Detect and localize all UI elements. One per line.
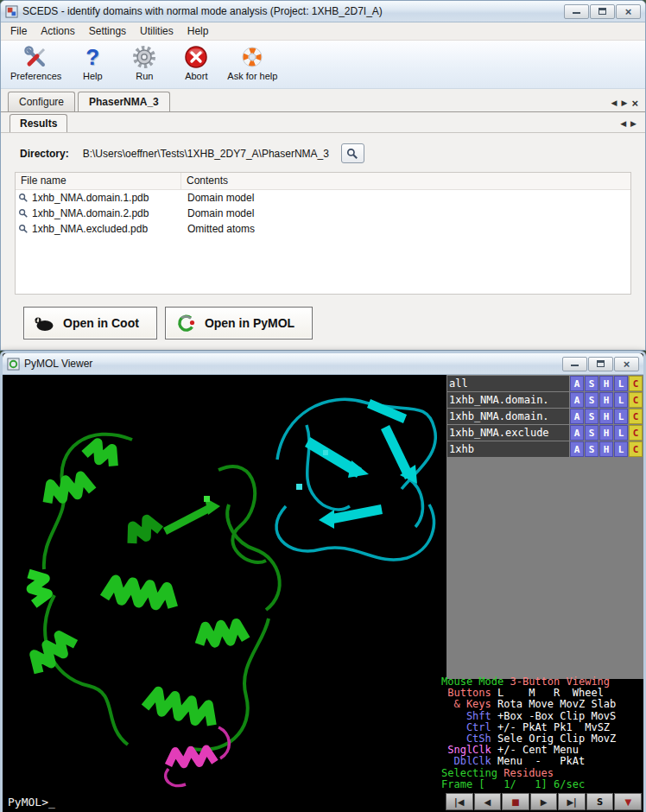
- file-contents: Domain model: [181, 207, 254, 219]
- object-panel: allASHLC1xhb_NMA.domain.ASHLC1xhb_NMA.do…: [446, 375, 643, 679]
- maximize-button[interactable]: [588, 357, 613, 371]
- tab-scroll-right-icon[interactable]: ▶: [621, 98, 627, 107]
- object-h-button[interactable]: H: [599, 441, 613, 457]
- command-prompt[interactable]: PyMOL>_: [8, 796, 55, 809]
- minimize-icon: [571, 362, 579, 366]
- menu-file[interactable]: File: [3, 22, 34, 40]
- subtab-scroll-left-icon[interactable]: ◀: [620, 119, 626, 128]
- object-a-button[interactable]: A: [570, 376, 584, 391]
- play-button[interactable]: ▶: [530, 793, 558, 810]
- menu-help[interactable]: Help: [180, 22, 216, 40]
- table-row[interactable]: 1xhb_NMA.excluded.pdb Omitted atoms: [16, 221, 630, 237]
- browse-button[interactable]: [341, 143, 364, 163]
- protein-structure: [3, 375, 446, 812]
- fullscreen-button[interactable]: ▼: [614, 793, 642, 810]
- directory-label: Directory:: [20, 148, 69, 160]
- step-back-button[interactable]: ◀: [474, 793, 502, 810]
- menu-utilities[interactable]: Utilities: [133, 22, 180, 40]
- close-button[interactable]: ×: [614, 357, 639, 371]
- object-s-button[interactable]: S: [585, 392, 598, 408]
- help-button[interactable]: ? Help: [67, 42, 117, 82]
- open-in-pymol-label: Open in PyMOL: [205, 316, 294, 330]
- open-in-coot-button[interactable]: Open in Coot: [23, 307, 157, 339]
- maximize-button[interactable]: [590, 4, 615, 19]
- step-forward-button[interactable]: ▶|: [558, 793, 586, 810]
- magnifier-icon: [18, 208, 28, 219]
- object-s-button[interactable]: S: [585, 409, 598, 424]
- pymol-window-title: PyMOL Viewer: [24, 358, 558, 370]
- object-h-button[interactable]: H: [599, 376, 613, 391]
- object-c-button[interactable]: C: [629, 441, 643, 457]
- object-c-button[interactable]: C: [629, 392, 643, 408]
- abort-button[interactable]: Abort: [171, 42, 221, 82]
- menu-actions[interactable]: Actions: [34, 22, 81, 40]
- column-header-file-name: File name: [16, 173, 181, 189]
- object-a-button[interactable]: A: [570, 441, 584, 457]
- ask-for-help-button[interactable]: Ask for help: [223, 42, 282, 82]
- gear-icon: [132, 43, 156, 71]
- tab-nav: ◀ ▶ ×: [611, 98, 638, 111]
- tab-row: Configure PhaserNMA_3 ◀ ▶ ×: [1, 89, 645, 111]
- object-name[interactable]: 1xhb_NMA.exclude: [447, 425, 569, 441]
- object-s-button[interactable]: S: [585, 425, 598, 441]
- rewind-button[interactable]: |◀: [446, 793, 473, 810]
- preferences-button[interactable]: Preferences: [6, 42, 66, 82]
- directory-value: B:\Users\oeffner\Tests\1XHB_2DY7_A\Phase…: [83, 148, 329, 160]
- tab-configure[interactable]: Configure: [8, 92, 75, 111]
- tab-scroll-left-icon[interactable]: ◀: [611, 98, 618, 107]
- object-h-button[interactable]: H: [599, 425, 613, 441]
- sceds-window-controls: ×: [564, 4, 641, 19]
- file-name: 1xhb_NMA.excluded.pdb: [32, 223, 148, 235]
- tab-close-icon[interactable]: ×: [631, 99, 638, 107]
- object-l-button[interactable]: L: [614, 376, 628, 391]
- abort-icon: [184, 43, 208, 71]
- object-row: 1xhbASHLC: [447, 441, 643, 457]
- object-l-button[interactable]: L: [614, 409, 628, 424]
- sceds-window: SCEDS - identify domains with normal mod…: [0, 0, 646, 351]
- object-s-button[interactable]: S: [585, 376, 598, 391]
- object-name[interactable]: all: [447, 376, 569, 391]
- stop-button[interactable]: ■: [502, 793, 529, 810]
- object-name[interactable]: 1xhb_NMA.domain.: [447, 409, 569, 424]
- menu-settings[interactable]: Settings: [82, 22, 133, 40]
- pymol-logo-icon: [174, 314, 197, 333]
- object-l-button[interactable]: L: [614, 441, 628, 457]
- run-button[interactable]: Run: [119, 42, 169, 82]
- minimize-button[interactable]: [562, 357, 587, 371]
- object-l-button[interactable]: L: [614, 392, 628, 408]
- table-row[interactable]: 1xhb_NMA.domain.1.pdb Domain model: [16, 190, 630, 206]
- pymol-titlebar[interactable]: PyMOL Viewer ×: [3, 353, 643, 375]
- object-h-button[interactable]: H: [599, 409, 613, 424]
- object-c-button[interactable]: C: [629, 425, 643, 441]
- open-in-pymol-button[interactable]: Open in PyMOL: [165, 307, 313, 339]
- tool-label: Help: [83, 71, 103, 81]
- object-l-button[interactable]: L: [614, 425, 628, 441]
- tool-label: Abort: [185, 71, 207, 81]
- mouse-legend: Mouse Mode 3-Button Viewing Buttons L M …: [441, 676, 642, 790]
- object-a-button[interactable]: A: [570, 409, 584, 424]
- object-h-button[interactable]: H: [599, 392, 613, 408]
- scene-button[interactable]: S: [586, 793, 614, 810]
- file-name: 1xhb_NMA.domain.2.pdb: [32, 207, 149, 219]
- object-name[interactable]: 1xhb_NMA.domain.: [447, 392, 569, 408]
- close-icon: ×: [625, 6, 632, 17]
- sceds-window-title: SCEDS - identify domains with normal mod…: [22, 5, 560, 17]
- object-c-button[interactable]: C: [629, 409, 643, 424]
- tool-label: Run: [136, 71, 153, 81]
- object-c-button[interactable]: C: [629, 376, 643, 391]
- object-s-button[interactable]: S: [585, 441, 598, 457]
- table-row[interactable]: 1xhb_NMA.domain.2.pdb Domain model: [16, 206, 630, 221]
- pymol-body: PyMOL>_ allASHLC1xhb_NMA.domain.ASHLC1xh…: [3, 375, 643, 812]
- toolbar: Preferences ? Help Run: [1, 41, 645, 89]
- subtab-scroll-right-icon[interactable]: ▶: [630, 119, 636, 128]
- tab-results[interactable]: Results: [10, 114, 67, 132]
- object-a-button[interactable]: A: [570, 425, 584, 441]
- menu-bar: File Actions Settings Utilities Help: [1, 22, 645, 41]
- minimize-button[interactable]: [564, 4, 589, 19]
- close-button[interactable]: ×: [616, 4, 641, 19]
- sceds-titlebar[interactable]: SCEDS - identify domains with normal mod…: [1, 1, 645, 22]
- tab-phasernma-3[interactable]: PhaserNMA_3: [78, 92, 170, 111]
- object-a-button[interactable]: A: [570, 392, 584, 408]
- subtab-nav: ◀ ▶: [620, 119, 636, 132]
- object-name[interactable]: 1xhb: [447, 441, 569, 457]
